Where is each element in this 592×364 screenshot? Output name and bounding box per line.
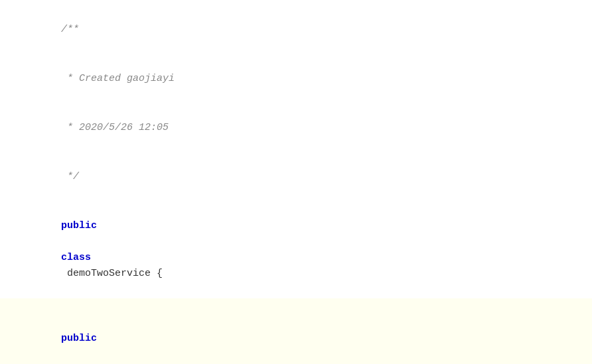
code-line-highlighted: 💡 public int Math( int a, int b){	[0, 298, 592, 364]
code-text	[61, 236, 67, 247]
comment-text: */	[61, 171, 79, 182]
line-content: public class demoTwoService {	[20, 202, 592, 298]
code-line: /**	[0, 5, 592, 54]
line-content: public int Math( int a, int b){	[20, 299, 592, 364]
comment-text: * 2020/5/26 12:05	[61, 122, 169, 133]
line-content: * Created gaojiayi	[20, 55, 592, 103]
code-line: * Created gaojiayi	[0, 54, 592, 103]
line-content: /**	[20, 6, 592, 54]
keyword-public: public	[61, 333, 97, 344]
code-text	[61, 317, 85, 328]
keyword-public: public	[61, 220, 97, 231]
comment-text: * Created gaojiayi	[61, 73, 175, 84]
code-line: */	[0, 152, 592, 202]
code-line: * 2020/5/26 12:05	[0, 103, 592, 152]
line-content: */	[20, 153, 592, 201]
keyword-class: class	[61, 252, 91, 263]
comment-text: /**	[61, 24, 79, 35]
code-text: demoTwoService {	[61, 268, 163, 279]
code-line: public class demoTwoService {	[0, 202, 592, 298]
code-text	[61, 349, 67, 360]
code-editor: /** * Created gaojiayi * 2020/5/26 12:05…	[0, 0, 592, 364]
line-content: * 2020/5/26 12:05	[20, 104, 592, 152]
